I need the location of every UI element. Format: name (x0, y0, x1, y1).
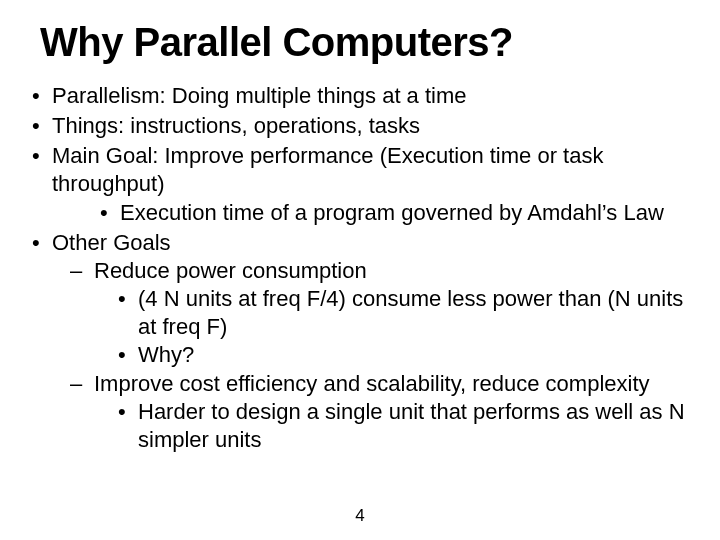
bullet-cost-efficiency: Improve cost efficiency and scalability,… (68, 370, 692, 454)
cost-efficiency-sublist: Harder to design a single unit that perf… (94, 398, 692, 454)
bullet-main-goal: Main Goal: Improve performance (Executio… (28, 142, 692, 226)
bullet-parallelism: Parallelism: Doing multiple things at a … (28, 82, 692, 110)
bullet-cost-efficiency-text: Improve cost efficiency and scalability,… (94, 371, 650, 396)
main-goal-sublist: Execution time of a program governed by … (52, 199, 692, 227)
bullet-other-goals-text: Other Goals (52, 230, 171, 255)
bullet-why: Why? (116, 341, 692, 369)
bullet-amdahl: Execution time of a program governed by … (96, 199, 692, 227)
bullet-reduce-power: Reduce power consumption (4 N units at f… (68, 257, 692, 370)
bullet-power-example: (4 N units at freq F/4) consume less pow… (116, 285, 692, 341)
reduce-power-sublist: (4 N units at freq F/4) consume less pow… (94, 285, 692, 369)
bullet-main-goal-text: Main Goal: Improve performance (Executio… (52, 143, 603, 196)
slide: Why Parallel Computers? Parallelism: Doi… (0, 0, 720, 540)
bullet-other-goals: Other Goals Reduce power consumption (4 … (28, 229, 692, 454)
bullet-list: Parallelism: Doing multiple things at a … (28, 82, 692, 454)
slide-title: Why Parallel Computers? (40, 20, 692, 64)
bullet-reduce-power-text: Reduce power consumption (94, 258, 367, 283)
other-goals-sublist: Reduce power consumption (4 N units at f… (52, 257, 692, 454)
bullet-things: Things: instructions, operations, tasks (28, 112, 692, 140)
bullet-harder-design: Harder to design a single unit that perf… (116, 398, 692, 454)
page-number: 4 (355, 506, 364, 526)
